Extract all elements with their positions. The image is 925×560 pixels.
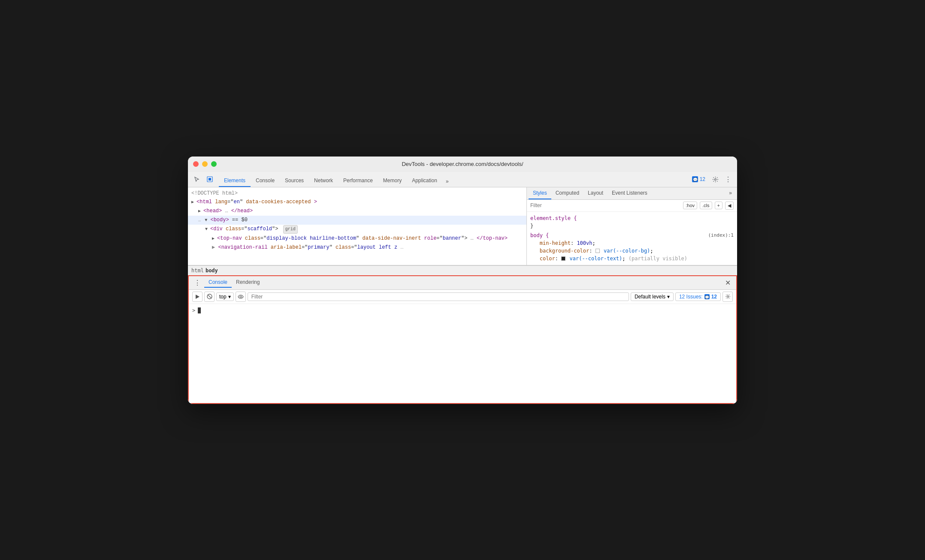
tab-application[interactable]: Application <box>407 175 442 187</box>
default-levels-label: Default levels <box>635 294 665 300</box>
settings-button[interactable] <box>710 174 721 185</box>
styles-tab-event-listeners[interactable]: Event Listeners <box>608 187 652 199</box>
cursor-icon-button[interactable] <box>191 174 203 185</box>
console-settings-button[interactable] <box>722 292 733 302</box>
console-toolbar: ⋮ Console Rendering ✕ <box>189 276 736 290</box>
breadcrumb-html[interactable]: html <box>191 268 204 274</box>
tab-performance[interactable]: Performance <box>338 175 378 187</box>
styles-filter-right: :hov .cls + ◀ <box>683 202 734 210</box>
styles-tab-bar: Styles Computed Layout Event Listeners » <box>527 187 737 200</box>
tab-memory[interactable]: Memory <box>378 175 407 187</box>
console-execute-button[interactable] <box>192 292 203 302</box>
issues-text: 12 Issues: <box>679 294 703 300</box>
console-dropdown-arrow: ▾ <box>228 294 231 300</box>
element-style-rule: element.style { } <box>527 214 737 231</box>
svg-marker-5 <box>196 295 200 299</box>
console-levels-button[interactable]: Default levels ▾ <box>631 292 674 301</box>
breadcrumb-area: html body <box>188 265 737 275</box>
tab-sources[interactable]: Sources <box>280 175 309 187</box>
breadcrumb-body[interactable]: body <box>206 268 218 274</box>
svg-line-7 <box>208 295 212 298</box>
html-line-nav-rail: ▶ <navigation-rail aria-label="primary" … <box>188 243 480 252</box>
console-panel: ⋮ Console Rendering ✕ <box>188 275 737 404</box>
styles-tab-more[interactable]: » <box>725 187 735 199</box>
tab-more-button[interactable]: » <box>442 176 452 187</box>
levels-arrow: ▾ <box>667 294 670 300</box>
styles-filter-bar: :hov .cls + ◀ <box>527 200 737 212</box>
console-top-label: top <box>219 294 227 300</box>
devtools-main: <!DOCTYPE html> ▶ <html lang="en" data-c… <box>188 187 737 265</box>
devtools-window: DevTools - developer.chrome.com/docs/dev… <box>188 157 737 404</box>
window-title: DevTools - developer.chrome.com/docs/dev… <box>402 161 523 167</box>
styles-panel: Styles Computed Layout Event Listeners »… <box>527 187 737 265</box>
console-context-selector[interactable]: top ▾ <box>216 292 234 301</box>
svg-point-8 <box>240 296 242 298</box>
console-issues-button[interactable]: 12 Issues: 💬 12 <box>675 292 721 301</box>
traffic-lights <box>193 161 217 167</box>
breadcrumb-bar: html body <box>188 265 737 275</box>
grid-badge[interactable]: grid <box>283 225 298 234</box>
html-line-html: ▶ <html lang="en" data-cookies-accepted … <box>188 198 526 207</box>
styles-tab-computed[interactable]: Computed <box>551 187 583 199</box>
console-content[interactable]: > <box>189 304 736 403</box>
styles-content[interactable]: element.style { } body { (index):1 min-h… <box>527 212 737 265</box>
html-line-head: ▶ <head> … </head> <box>188 207 526 216</box>
text-color-swatch <box>561 256 565 261</box>
console-tab-bar: Console Rendering <box>204 277 264 288</box>
styles-tab-layout[interactable]: Layout <box>583 187 608 199</box>
tab-console[interactable]: Console <box>251 175 280 187</box>
svg-text:💬: 💬 <box>705 295 709 299</box>
body-style-rule: body { (index):1 min-height: 100vh; back… <box>527 231 737 263</box>
more-options-button[interactable]: ⋮ <box>722 174 734 185</box>
inspector-icon-button[interactable] <box>204 174 215 185</box>
console-tab-rendering[interactable]: Rendering <box>232 277 264 288</box>
tab-network[interactable]: Network <box>309 175 338 187</box>
console-clear-button[interactable] <box>204 292 215 302</box>
console-filter-input[interactable] <box>248 292 629 301</box>
styles-filter-input[interactable] <box>530 202 683 208</box>
devtools-toolbar: Elements Console Sources Network Perform… <box>188 172 737 187</box>
maximize-button[interactable] <box>211 161 217 167</box>
bg-color-swatch <box>596 249 600 253</box>
console-close-button[interactable]: ✕ <box>722 277 733 288</box>
elements-panel[interactable]: <!DOCTYPE html> ▶ <html lang="en" data-c… <box>188 187 527 265</box>
html-line-div-scaffold: ▼ <div class="scaffold"> grid <box>188 225 526 234</box>
styles-tab-styles[interactable]: Styles <box>529 187 551 199</box>
svg-point-4 <box>714 178 716 180</box>
svg-rect-1 <box>209 178 211 181</box>
hov-button[interactable]: :hov <box>683 202 697 209</box>
console-more-button[interactable]: ⋮ <box>192 277 203 288</box>
svg-text:💬: 💬 <box>692 177 698 182</box>
toolbar-right: 💬 12 ⋮ <box>689 174 734 185</box>
console-prompt-symbol: > <box>192 307 195 313</box>
plus-button[interactable]: + <box>715 202 722 209</box>
main-tab-bar: Elements Console Sources Network Perform… <box>217 172 688 187</box>
html-line-body[interactable]: … ▼ <body> == $0 <box>188 216 526 225</box>
minimize-button[interactable] <box>202 161 208 167</box>
cls-button[interactable]: .cls <box>700 202 712 209</box>
toggle-button[interactable]: ◀ <box>725 202 734 210</box>
console-tab-console[interactable]: Console <box>204 277 232 288</box>
close-button[interactable] <box>193 161 199 167</box>
right-panel: Styles Computed Layout Event Listeners »… <box>527 187 737 265</box>
svg-point-11 <box>727 296 729 298</box>
tab-elements[interactable]: Elements <box>219 175 251 187</box>
console-eye-button[interactable] <box>236 292 246 302</box>
devtools-container: Elements Console Sources Network Perform… <box>188 172 737 404</box>
title-bar: DevTools - developer.chrome.com/docs/dev… <box>188 157 737 172</box>
issues-button[interactable]: 💬 12 <box>689 174 708 185</box>
issues-number: 12 <box>711 294 717 300</box>
issues-count: 12 <box>700 176 705 182</box>
html-line-doctype: <!DOCTYPE html> <box>188 189 526 198</box>
console-filter-bar: top ▾ Default levels ▾ <box>189 290 736 304</box>
html-line-top-nav: ▶ <top-nav class="display-block hairline… <box>188 234 526 243</box>
console-cursor <box>198 307 201 313</box>
